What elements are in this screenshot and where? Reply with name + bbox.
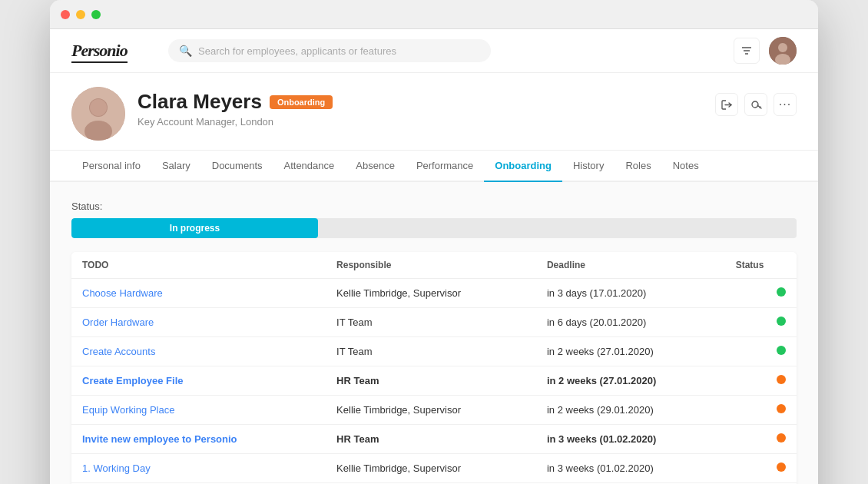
col-todo: TODO [71, 252, 326, 279]
top-nav: Personio 🔍 Search for employees, applica… [50, 29, 818, 73]
status-cell [725, 454, 797, 483]
todo-cell: 1. Working Day [71, 454, 326, 483]
key-button[interactable] [744, 93, 767, 116]
filter-button[interactable] [734, 38, 760, 64]
onboarding-badge: Onboarding [270, 95, 333, 109]
svg-point-4 [778, 43, 787, 52]
todo-table: TODOResponsibleDeadlineStatus Choose Har… [71, 252, 797, 484]
svg-point-11 [752, 101, 758, 108]
status-dot [777, 375, 786, 384]
employee-info: Clara Meyers Onboarding Key Account Mana… [137, 87, 703, 128]
employee-name-row: Clara Meyers Onboarding [137, 90, 703, 114]
status-dot [777, 462, 786, 472]
search-icon: 🔍 [179, 45, 192, 57]
app-window: Personio 🔍 Search for employees, applica… [50, 0, 818, 484]
status-dot [777, 346, 786, 355]
maximize-dot [91, 10, 101, 19]
employee-role: Key Account Manager, London [137, 116, 703, 128]
todo-link[interactable]: Create Accounts [82, 346, 155, 357]
todo-cell: Create Accounts [71, 337, 326, 366]
responsible-cell: HR Team [326, 425, 536, 454]
status-label: Status: [71, 201, 797, 212]
status-cell [725, 425, 797, 454]
status-cell [725, 279, 797, 308]
todo-link[interactable]: Create Employee File [82, 375, 184, 386]
search-bar[interactable]: 🔍 Search for employees, applicants or fe… [168, 39, 491, 62]
col-deadline: Deadline [536, 252, 725, 279]
app-content: Personio 🔍 Search for employees, applica… [50, 29, 818, 484]
minimize-dot [76, 10, 85, 19]
tab-salary[interactable]: Salary [151, 151, 201, 182]
tabs: Personal infoSalaryDocumentsAttendanceAb… [50, 151, 818, 182]
tab-absence[interactable]: Absence [345, 151, 406, 182]
employee-name: Clara Meyers [137, 90, 262, 114]
deadline-cell: in 2 weeks (27.01.2020) [536, 337, 725, 366]
responsible-cell: HR Team [326, 366, 536, 396]
svg-point-9 [90, 99, 107, 116]
table-row: Equip Working PlaceKellie Timbridge, Sup… [71, 396, 797, 425]
deadline-cell: in 3 weeks (01.02.2020) [536, 425, 725, 454]
deadline-cell: in 2 weeks (29.01.2020) [536, 396, 725, 425]
todo-link[interactable]: Order Hardware [82, 317, 154, 328]
todo-link[interactable]: Invite new employee to Personio [82, 433, 237, 445]
responsible-cell: IT Team [326, 308, 536, 337]
responsible-cell: Kellie Timbridge, Supervisor [326, 454, 536, 483]
onboarding-content: Status: In progress TODOResponsibleDeadl… [50, 182, 818, 484]
table-row: Create AccountsIT Teamin 2 weeks (27.01.… [71, 337, 797, 366]
table-row: Invite new employee to PersonioHR Teamin… [71, 425, 797, 454]
employee-header: Clara Meyers Onboarding Key Account Mana… [50, 73, 818, 151]
deadline-cell: in 3 weeks (01.02.2020) [536, 454, 725, 483]
col-responsible: Responsible [326, 252, 536, 279]
table-row: 1. Working DayKellie Timbridge, Supervis… [71, 454, 797, 483]
todo-cell: Choose Hardware [71, 279, 326, 308]
responsible-cell: IT Team [326, 337, 536, 366]
todo-cell: Invite new employee to Personio [71, 425, 326, 454]
deadline-cell: in 3 days (17.01.2020) [536, 279, 725, 308]
status-cell [725, 396, 797, 425]
tab-documents[interactable]: Documents [201, 151, 273, 182]
status-cell [725, 337, 797, 366]
tab-performance[interactable]: Performance [406, 151, 484, 182]
status-dot [777, 404, 786, 413]
progress-text: In progress [170, 223, 220, 234]
tab-history[interactable]: History [562, 151, 615, 182]
todo-cell: Create Employee File [71, 366, 326, 396]
status-dot [777, 287, 786, 297]
status-cell [725, 308, 797, 337]
signin-button[interactable] [715, 93, 738, 116]
table-row: Order HardwareIT Teamin 6 days (20.01.20… [71, 308, 797, 337]
close-dot [61, 10, 70, 19]
deadline-cell: in 6 days (20.01.2020) [536, 308, 725, 337]
employee-avatar [71, 87, 125, 141]
todo-cell: Order Hardware [71, 308, 326, 337]
progress-bar-fill: In progress [71, 218, 318, 238]
table-row: Create Employee FileHR Teamin 2 weeks (2… [71, 366, 797, 396]
tab-onboarding[interactable]: Onboarding [484, 151, 562, 182]
status-dot [777, 433, 786, 443]
logo: Personio [71, 41, 156, 61]
todo-link[interactable]: Choose Hardware [82, 287, 163, 299]
responsible-cell: Kellie Timbridge, Supervisor [326, 279, 536, 308]
status-section: Status: In progress [71, 201, 797, 238]
todo-link[interactable]: 1. Working Day [82, 462, 151, 474]
status-dot [777, 317, 786, 326]
todo-link[interactable]: Equip Working Place [82, 404, 174, 416]
search-placeholder: Search for employees, applicants or feat… [198, 45, 396, 57]
col-status: Status [725, 252, 797, 279]
table-row: Choose HardwareKellie Timbridge, Supervi… [71, 279, 797, 308]
table-header-row: TODOResponsibleDeadlineStatus [71, 252, 797, 279]
todo-cell: Equip Working Place [71, 396, 326, 425]
tab-notes[interactable]: Notes [662, 151, 710, 182]
titlebar [50, 0, 818, 29]
tab-attendance[interactable]: Attendance [273, 151, 346, 182]
deadline-cell: in 2 weeks (27.01.2020) [536, 366, 725, 396]
progress-bar-bg: In progress [71, 218, 797, 238]
more-button[interactable]: ··· [774, 93, 797, 116]
nav-actions [734, 37, 797, 65]
tab-personal-info[interactable]: Personal info [71, 151, 151, 182]
responsible-cell: Kellie Timbridge, Supervisor [326, 396, 536, 425]
status-cell [725, 366, 797, 396]
employee-actions: ··· [715, 87, 797, 116]
user-avatar[interactable] [769, 37, 797, 65]
tab-roles[interactable]: Roles [615, 151, 661, 182]
